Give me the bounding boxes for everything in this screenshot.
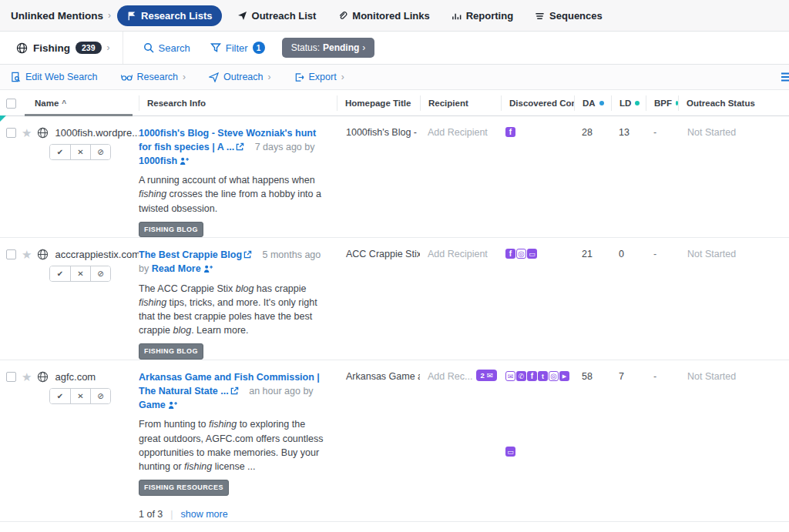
- filter-button[interactable]: Filter 1: [210, 42, 265, 54]
- ld-cell: 13: [611, 116, 646, 237]
- search-label: Search: [159, 42, 190, 54]
- breadcrumb[interactable]: Unlinked Mentions ›: [11, 10, 111, 22]
- block-button[interactable]: ⊘: [90, 389, 110, 403]
- youtube-icon[interactable]: [559, 371, 569, 381]
- reject-button[interactable]: ✕: [70, 266, 90, 281]
- table-body: ★ 1000fish.wordpre... ✔ ✕ ⊘ 1000fish's B…: [0, 116, 789, 532]
- research-info-header-label: Research Info: [147, 99, 206, 108]
- result-author-link[interactable]: Game: [139, 400, 166, 410]
- tab-research-lists[interactable]: Research Lists: [117, 5, 222, 26]
- discovered-contacts-cell: [501, 360, 574, 521]
- edit-web-search-button[interactable]: Edit Web Search: [11, 72, 98, 82]
- add-recipient-link[interactable]: Add Recipient: [428, 127, 488, 138]
- result-author-link[interactable]: Read More: [152, 263, 201, 274]
- column-header-outreach-status[interactable]: Outreach Status: [678, 95, 789, 111]
- status-value: Pending: [323, 42, 359, 53]
- external-link-icon[interactable]: [230, 386, 239, 395]
- triage-actions: ✔ ✕ ⊘: [49, 266, 111, 282]
- search-button[interactable]: Search: [143, 42, 190, 54]
- column-header-research-info[interactable]: Research Info: [139, 95, 337, 111]
- result-author-link[interactable]: 1000fish: [139, 156, 177, 166]
- approve-button[interactable]: ✔: [50, 145, 70, 159]
- homepage-title-cell: Arkansas Game and: [337, 360, 420, 521]
- block-button[interactable]: ⊘: [90, 145, 110, 159]
- column-header-homepage-title[interactable]: Homepage Title: [337, 95, 420, 111]
- send-icon: [209, 72, 219, 82]
- row-checkbox[interactable]: [6, 249, 16, 259]
- reject-button[interactable]: ✕: [70, 145, 90, 159]
- export-menu-button[interactable]: Export ›: [294, 72, 344, 82]
- send-icon: [237, 11, 247, 21]
- add-person-icon[interactable]: [180, 157, 189, 166]
- instagram-icon[interactable]: [549, 371, 559, 381]
- card-icon[interactable]: [505, 447, 515, 457]
- search-icon: [143, 42, 154, 53]
- document-search-icon: [11, 72, 21, 82]
- instagram-icon[interactable]: [516, 249, 526, 259]
- table-row: ★ akrdc.org ✔ ✕ ⊘ Fisheries Overall, Ala…: [0, 522, 789, 532]
- show-more-link[interactable]: show more: [181, 508, 228, 522]
- external-link-icon[interactable]: [236, 142, 244, 151]
- reject-button[interactable]: ✕: [70, 389, 90, 403]
- column-header-ld[interactable]: LD: [611, 95, 646, 111]
- domain-name[interactable]: agfc.com: [55, 371, 96, 383]
- status-filter-chip[interactable]: Status: Pending ›: [282, 38, 375, 58]
- add-person-icon[interactable]: [203, 265, 213, 273]
- column-settings-icon[interactable]: [781, 72, 789, 82]
- domain-name[interactable]: 1000fish.wordpre...: [55, 127, 139, 139]
- tab-reporting[interactable]: Reporting: [442, 5, 522, 26]
- column-header-discovered[interactable]: Discovered Cont...: [501, 95, 574, 111]
- research-label: Research: [137, 72, 179, 82]
- facebook-icon[interactable]: [505, 127, 515, 137]
- facebook-icon[interactable]: [527, 371, 537, 381]
- category-tag: FISHING BLOG: [139, 343, 203, 360]
- ld-cell: 12: [611, 522, 646, 532]
- add-recipient-link[interactable]: Add Rec...: [428, 371, 472, 382]
- tab-outreach-list[interactable]: Outreach List: [228, 5, 326, 26]
- star-icon[interactable]: ★: [22, 249, 32, 259]
- email-icon[interactable]: [505, 371, 515, 381]
- category-tag: FISHING BLOG: [139, 222, 203, 238]
- outreach-status-cell: Not Started: [678, 238, 789, 360]
- add-person-icon[interactable]: [168, 401, 177, 410]
- edit-web-search-label: Edit Web Search: [25, 72, 98, 82]
- list-selector[interactable]: Fishing 239 ›: [0, 32, 123, 64]
- recipient-badge[interactable]: 2✉: [476, 370, 496, 381]
- approve-button[interactable]: ✔: [50, 266, 70, 281]
- column-header-da[interactable]: DA: [574, 95, 611, 111]
- breadcrumb-label: Unlinked Mentions: [11, 10, 103, 22]
- phone-icon[interactable]: [516, 371, 526, 381]
- external-link-icon[interactable]: [243, 250, 252, 259]
- twitter-icon[interactable]: [538, 371, 548, 381]
- ld-header-label: LD: [619, 99, 631, 108]
- research-info-cell: 1000fish's Blog - Steve Wozniak's hunt f…: [139, 116, 337, 237]
- block-button[interactable]: ⊘: [90, 266, 110, 281]
- row-checkbox[interactable]: [6, 372, 16, 382]
- facebook-icon[interactable]: [505, 249, 515, 259]
- row-checkbox[interactable]: [6, 128, 16, 138]
- star-icon[interactable]: ★: [22, 128, 32, 138]
- add-recipient-link[interactable]: Add Recipient: [428, 249, 488, 259]
- star-icon[interactable]: ★: [22, 372, 32, 382]
- select-all-checkbox[interactable]: [6, 99, 16, 109]
- research-menu-button[interactable]: Research ›: [121, 72, 186, 82]
- column-header-bpf[interactable]: BPF: [646, 95, 678, 111]
- card-icon[interactable]: [527, 249, 537, 259]
- outreach-menu-button[interactable]: Outreach ›: [209, 72, 270, 82]
- ld-cell: 7: [611, 360, 646, 521]
- research-info-cell: The Best Crappie Blog 5 months ago by Re…: [139, 238, 337, 360]
- domain-name[interactable]: acccrappiestix.com: [55, 249, 139, 260]
- tab-monitored-links[interactable]: Monitored Links: [328, 5, 438, 26]
- result-title-link[interactable]: The Best Crappie Blog: [139, 249, 242, 260]
- homepage-title-cell: 1000fish's Blog - Stev: [337, 116, 420, 237]
- column-header-recipient[interactable]: Recipient: [420, 95, 501, 111]
- export-label: Export: [309, 72, 337, 82]
- approve-button[interactable]: ✔: [50, 389, 70, 403]
- ld-cell: 0: [611, 238, 646, 360]
- column-header-name[interactable]: Name ^: [0, 90, 139, 116]
- tab-label: Outreach List: [252, 10, 317, 22]
- da-metric-dot: [599, 101, 604, 105]
- result-date: 7 days ago by: [255, 142, 315, 152]
- recipient-cell: Add Recipient ✉: [420, 522, 501, 532]
- tab-sequences[interactable]: Sequences: [525, 5, 612, 26]
